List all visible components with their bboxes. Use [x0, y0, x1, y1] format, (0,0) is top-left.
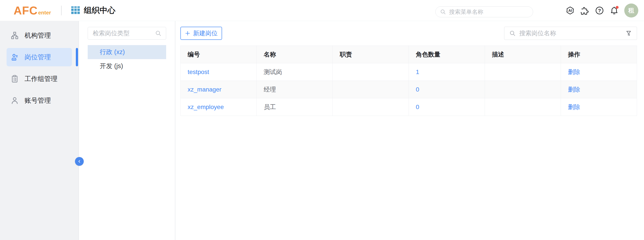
- post-desc-cell: [485, 63, 561, 81]
- search-icon: [155, 30, 162, 36]
- post-search-box[interactable]: [504, 27, 637, 40]
- table-row: xz_employee 员工 0 删除: [180, 98, 637, 116]
- role-count-link[interactable]: 1: [416, 68, 419, 75]
- new-post-button[interactable]: 新建岗位: [180, 27, 222, 40]
- post-type-search-input[interactable]: [93, 30, 155, 37]
- svg-text:?: ?: [598, 8, 601, 13]
- notification-badge: [616, 6, 618, 9]
- logo-sub-text: enter: [38, 10, 51, 16]
- delete-link[interactable]: 删除: [568, 104, 580, 110]
- header-icon-group: AI ? 租: [566, 0, 638, 21]
- post-duty-cell: [333, 63, 409, 81]
- post-type-item-xz[interactable]: 行政 (xz): [88, 45, 166, 59]
- toolbar: 新建岗位: [180, 27, 637, 40]
- post-code-link[interactable]: xz_employee: [188, 104, 224, 110]
- column-header-action: 操作: [561, 46, 637, 63]
- sidebar-item-label: 岗位管理: [24, 53, 51, 62]
- sidebar-item-label: 工作组管理: [24, 74, 58, 83]
- post-desc-cell: [485, 98, 561, 116]
- help-icon[interactable]: ?: [595, 6, 604, 15]
- post-type-panel: 行政 (xz) 开发 (js): [79, 21, 175, 240]
- ai-assistant-icon[interactable]: AI: [566, 6, 575, 15]
- notification-bell-icon[interactable]: [610, 6, 619, 15]
- sidebar-item-account-management[interactable]: 账号管理: [6, 91, 72, 110]
- delete-link[interactable]: 删除: [568, 86, 580, 93]
- post-type-list: 行政 (xz) 开发 (js): [88, 45, 166, 73]
- post-desc-cell: [485, 81, 561, 98]
- post-type-item-js[interactable]: 开发 (js): [88, 59, 166, 73]
- workgroup-clipboard-icon: [10, 75, 19, 83]
- post-badge-icon: [10, 53, 19, 61]
- post-duty-cell: [333, 81, 409, 98]
- main-content: 新建岗位 编号 名称: [175, 21, 644, 240]
- sidebar-item-post-management[interactable]: 岗位管理: [6, 48, 72, 66]
- column-header-roles: 角色数量: [409, 46, 485, 63]
- logo-main-text: AFC: [14, 4, 38, 17]
- column-header-name: 名称: [257, 46, 333, 63]
- delete-link[interactable]: 删除: [568, 68, 580, 75]
- org-structure-icon: [10, 31, 19, 40]
- sidebar-item-org-management[interactable]: 机构管理: [6, 26, 72, 45]
- search-icon: [440, 9, 446, 15]
- sidebar: 机构管理 岗位管理 工作组管理 账号管理: [0, 21, 79, 240]
- table-row: xz_manager 经理 0 删除: [180, 81, 637, 98]
- post-name-cell: 员工: [257, 98, 333, 116]
- app-grid-icon: [71, 6, 80, 15]
- column-header-desc: 描述: [485, 46, 561, 63]
- post-code-link[interactable]: testpost: [188, 68, 209, 75]
- search-icon: [509, 30, 516, 36]
- plus-icon: [185, 30, 190, 36]
- post-name-cell: 测试岗: [257, 63, 333, 81]
- new-post-button-label: 新建岗位: [193, 29, 218, 37]
- post-name-cell: 经理: [257, 81, 333, 98]
- sidebar-collapse-button[interactable]: [75, 157, 84, 166]
- posts-table: 编号 名称 职责 角色数量 描述 操作 testpost 测试岗 1 删除: [180, 45, 637, 116]
- menu-search-input[interactable]: [449, 8, 528, 15]
- post-duty-cell: [333, 98, 409, 116]
- avatar-text: 租: [628, 6, 634, 15]
- filter-funnel-icon[interactable]: [625, 30, 632, 36]
- sidebar-item-workgroup-management[interactable]: 工作组管理: [6, 70, 72, 88]
- table-header-row: 编号 名称 职责 角色数量 描述 操作: [180, 46, 637, 63]
- sidebar-item-label: 账号管理: [24, 96, 51, 105]
- chevron-left-icon: [77, 159, 82, 164]
- post-type-label: 开发 (js): [100, 62, 123, 70]
- page-title: 组织中心: [84, 5, 116, 16]
- header-divider: [61, 6, 62, 15]
- plugin-icon[interactable]: [580, 6, 590, 15]
- column-header-duty: 职责: [333, 46, 409, 63]
- avatar[interactable]: 租: [624, 3, 638, 17]
- role-count-link[interactable]: 0: [416, 104, 419, 110]
- active-item-indicator: [76, 48, 78, 66]
- column-header-code: 编号: [180, 46, 257, 63]
- menu-search-box[interactable]: [435, 6, 533, 17]
- sidebar-item-label: 机构管理: [24, 31, 51, 40]
- role-count-link[interactable]: 0: [416, 86, 419, 93]
- post-search-input[interactable]: [519, 30, 625, 37]
- post-type-search-box[interactable]: [88, 27, 166, 40]
- post-code-link[interactable]: xz_manager: [188, 86, 222, 93]
- account-person-icon: [10, 96, 19, 105]
- afcenter-logo: AFC enter: [14, 4, 51, 17]
- table-row: testpost 测试岗 1 删除: [180, 63, 637, 81]
- svg-text:AI: AI: [568, 8, 572, 13]
- app-header: AFC enter 组织中心 AI ?: [0, 0, 644, 21]
- post-type-label: 行政 (xz): [100, 48, 125, 56]
